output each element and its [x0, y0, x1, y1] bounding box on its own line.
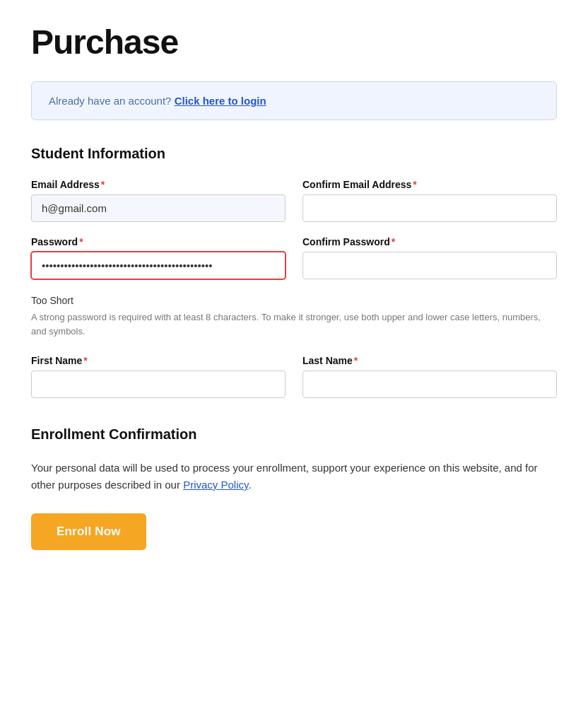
first-name-group: First Name* [31, 355, 286, 398]
password-hint-text: A strong password is required with at le… [31, 310, 557, 338]
last-name-input[interactable] [302, 370, 557, 398]
last-name-required: * [354, 355, 358, 366]
login-banner: Already have an account? Click here to l… [31, 81, 557, 120]
first-name-input[interactable] [31, 370, 286, 398]
confirm-password-required: * [392, 236, 395, 247]
password-required: * [79, 236, 83, 247]
first-name-label: First Name* [31, 355, 286, 366]
confirm-password-label: Confirm Password* [302, 236, 557, 247]
first-name-required: * [83, 355, 87, 366]
confirm-email-label: Confirm Email Address* [302, 179, 557, 190]
password-label: Password* [31, 236, 286, 247]
email-label: Email Address* [31, 179, 286, 190]
page-title: Purchase [31, 23, 557, 62]
enrollment-description: Your personal data will be used to proce… [31, 460, 557, 494]
enrollment-confirmation-section: Enrollment Confirmation Your personal da… [31, 426, 557, 550]
password-hint-block: Too Short A strong password is required … [31, 293, 557, 338]
login-link[interactable]: Click here to login [175, 95, 266, 107]
email-required: * [101, 179, 105, 190]
password-error-message: Too Short [31, 295, 557, 306]
enroll-now-button[interactable]: Enroll Now [31, 513, 146, 550]
confirm-email-required: * [413, 179, 416, 190]
login-banner-text: Already have an account? [49, 95, 171, 107]
student-information-section: Student Information Email Address* Confi… [31, 146, 557, 398]
password-row: Password* Confirm Password* [31, 236, 557, 279]
confirm-email-group: Confirm Email Address* [302, 179, 557, 222]
confirm-password-input[interactable] [302, 252, 557, 279]
email-row: Email Address* Confirm Email Address* [31, 179, 557, 222]
email-input[interactable] [31, 194, 286, 222]
confirm-password-group: Confirm Password* [302, 236, 557, 279]
name-row: First Name* Last Name* [31, 355, 557, 398]
student-information-title: Student Information [31, 146, 557, 162]
last-name-label: Last Name* [302, 355, 557, 366]
privacy-policy-link[interactable]: Privacy Policy [183, 479, 248, 491]
password-input[interactable] [31, 252, 286, 279]
password-group: Password* [31, 236, 286, 279]
email-group: Email Address* [31, 179, 286, 222]
last-name-group: Last Name* [302, 355, 557, 398]
confirm-email-input[interactable] [302, 194, 557, 222]
enrollment-confirmation-title: Enrollment Confirmation [31, 426, 557, 443]
